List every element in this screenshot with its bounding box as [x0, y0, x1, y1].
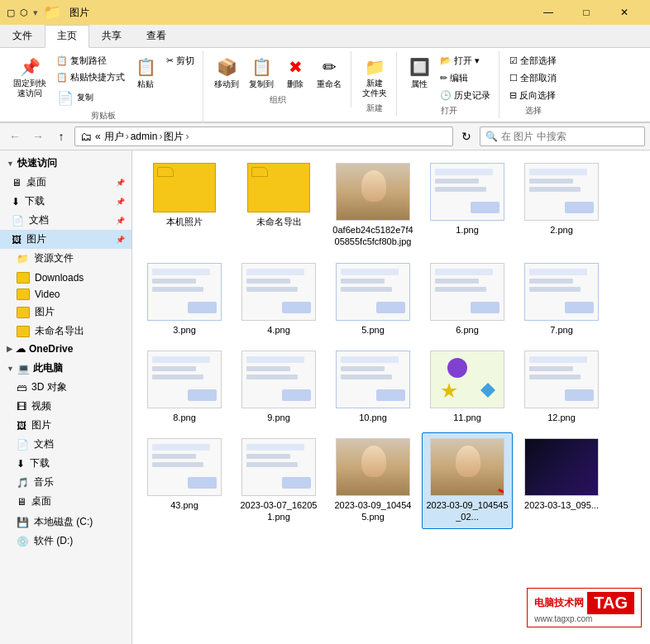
delete-icon: ✖: [284, 55, 307, 79]
file-item-9[interactable]: 6.png: [422, 257, 513, 341]
open-button[interactable]: 📂 打开 ▾: [437, 53, 494, 69]
rename-button[interactable]: ✏ 重命名: [313, 53, 346, 93]
sidebar-item-video[interactable]: 🎞 视频: [0, 397, 131, 416]
file-item-10[interactable]: 7.png: [516, 257, 607, 341]
minimize-button[interactable]: —: [529, 0, 567, 25]
this-pc-header[interactable]: ▼ 💻 此电脑: [0, 359, 131, 378]
file-item-6[interactable]: 3.png: [139, 257, 230, 341]
copy-to-button[interactable]: 📋 复制到: [245, 53, 278, 93]
sidebar-item-desktop[interactable]: 🖥 桌面 📌: [0, 173, 131, 192]
pin-icon: 📌: [116, 179, 125, 187]
sidebar-item-downloads-folder[interactable]: Downloads: [0, 270, 131, 286]
file-item-16[interactable]: 43.png: [139, 432, 230, 529]
file-item-7[interactable]: 4.png: [233, 257, 324, 341]
paste-shortcut-button[interactable]: 📋 粘贴快捷方式: [53, 69, 128, 85]
open-icon: 📂: [440, 55, 452, 66]
this-pc-icon: 💻: [17, 363, 30, 374]
delete-button[interactable]: ✖ 删除: [280, 53, 311, 93]
search-icon: 🔍: [485, 131, 498, 142]
file-item-14[interactable]: 11.png: [422, 345, 513, 429]
sidebar-item-pictures-folder[interactable]: 图片: [0, 303, 131, 322]
sidebar-item-downloads[interactable]: ⬇ 下载 📌: [0, 192, 131, 211]
edit-button[interactable]: ✏ 编辑: [437, 70, 494, 86]
sidebar-item-pictures[interactable]: 🖼 图片 📌: [0, 230, 131, 249]
sidebar-item-unnamed-folder[interactable]: 未命名导出: [0, 322, 131, 341]
pin-indicator: 📌: [116, 198, 125, 206]
back-button[interactable]: ←: [5, 126, 25, 146]
sidebar-item-pics2[interactable]: 🖼 图片: [0, 416, 131, 435]
pin-indicator3: 📌: [116, 236, 125, 244]
new-folder-button[interactable]: 📁 新建文件夹: [358, 53, 391, 101]
search-box[interactable]: 🔍: [480, 126, 645, 146]
file-thumb-11: [147, 351, 222, 408]
move-icon: 📦: [215, 55, 238, 79]
file-name-2: 未命名导出: [256, 216, 302, 227]
file-item-12[interactable]: 9.png: [233, 345, 324, 429]
file-item-19[interactable]: ➘2023-03-09_104545_02...: [422, 432, 513, 529]
refresh-button[interactable]: ↻: [456, 126, 476, 146]
cut-button[interactable]: ✂ 剪切: [163, 53, 198, 69]
sidebar-item-docs[interactable]: 📄 文档 📌: [0, 211, 131, 230]
file-item-4[interactable]: 1.png: [422, 157, 513, 254]
sidebar-item-video-folder[interactable]: Video: [0, 286, 131, 303]
folder-icon-unnamed: [17, 326, 30, 337]
onedrive-header[interactable]: ▶ ☁ OneDrive: [0, 341, 131, 357]
invert-selection-button[interactable]: ⊟ 反向选择: [506, 88, 560, 103]
maximize-button[interactable]: □: [567, 0, 605, 25]
paste-button[interactable]: 📋 粘贴: [130, 53, 161, 93]
sidebar-item-desktop2[interactable]: 🖥 桌面: [0, 492, 131, 511]
properties-button[interactable]: 🔲 属性: [404, 53, 435, 93]
file-name-5: 2.png: [550, 224, 573, 236]
up-button[interactable]: ↑: [51, 126, 71, 146]
pin-button[interactable]: 📌 固定到快 速访问: [8, 53, 51, 101]
file-thumb-18: [336, 438, 410, 496]
file-item-18[interactable]: 2023-03-09_104545.png: [327, 432, 418, 529]
file-name-10: 7.png: [550, 324, 573, 336]
watermark-url: www.tagxp.com: [534, 614, 634, 623]
file-thumb-19: ➘: [430, 438, 504, 496]
title-bar-left: ▢ ⬡ ▾ 📁 图片: [7, 3, 89, 21]
file-thumb-5: [524, 163, 599, 221]
sidebar-item-resources[interactable]: 📁 资源文件: [0, 249, 131, 268]
history-icon: 🕒: [440, 90, 452, 101]
move-to-button[interactable]: 📦 移动到: [210, 53, 243, 93]
file-item-20[interactable]: 2023-03-13_095...: [516, 432, 607, 529]
tab-share[interactable]: 共享: [89, 25, 134, 47]
file-item-17[interactable]: 2023-03-07_162051.png: [233, 432, 324, 529]
file-item-8[interactable]: 5.png: [327, 257, 418, 341]
file-item-1[interactable]: 本机照片: [139, 157, 230, 254]
close-button[interactable]: ✕: [605, 0, 643, 25]
sidebar-item-downloads2[interactable]: ⬇ 下载: [0, 454, 131, 473]
sidebar-item-music[interactable]: 🎵 音乐: [0, 473, 131, 492]
file-thumb-15: [524, 351, 599, 408]
file-item-11[interactable]: 8.png: [139, 345, 230, 429]
tab-file[interactable]: 文件: [0, 25, 45, 47]
file-name-8: 5.png: [361, 324, 385, 336]
this-pc-label: 此电脑: [33, 361, 63, 375]
sidebar-item-docs2[interactable]: 📄 文档: [0, 435, 131, 454]
file-name-19: 2023-03-09_104545_02...: [426, 499, 509, 523]
file-item-15[interactable]: 12.png: [516, 345, 607, 429]
address-path[interactable]: 🗂 « 用户 › admin › 图片 ›: [74, 126, 453, 146]
tab-home[interactable]: 主页: [45, 25, 89, 48]
file-item-5[interactable]: 2.png: [516, 157, 607, 254]
file-item-3[interactable]: 0af6eb24c5182e7f405855fc5fcf80b.jpg: [327, 157, 418, 254]
sidebar-item-3d[interactable]: 🗃 3D 对象: [0, 378, 131, 397]
file-item-13[interactable]: 10.png: [327, 345, 418, 429]
new-label: 新建: [366, 103, 383, 114]
ribbon-group-organize: 📦 移动到 📋 复制到 ✖ 删除 ✏ 重命名 组织: [205, 51, 351, 107]
sidebar-item-c-drive[interactable]: 💾 本地磁盘 (C:): [0, 513, 131, 532]
quick-access-header[interactable]: ▼ 快速访问: [0, 154, 131, 173]
copy-button[interactable]: 📄 复制: [53, 87, 99, 108]
copy-path-button[interactable]: 📋 复制路径: [53, 53, 128, 69]
address-bar: ← → ↑ 🗂 « 用户 › admin › 图片 › ↻ 🔍: [0, 123, 650, 150]
tab-view[interactable]: 查看: [134, 25, 179, 47]
search-input[interactable]: [501, 131, 639, 142]
sidebar-item-d-drive[interactable]: 💿 软件 (D:): [0, 532, 131, 551]
history-button[interactable]: 🕒 历史记录: [437, 88, 494, 103]
select-all-button[interactable]: ☑ 全部选择: [506, 53, 560, 69]
file-item-2[interactable]: 未命名导出: [233, 157, 324, 254]
copy-to-icon: 📋: [250, 55, 273, 79]
select-none-button[interactable]: ☐ 全部取消: [506, 70, 560, 86]
forward-button[interactable]: →: [28, 126, 48, 146]
